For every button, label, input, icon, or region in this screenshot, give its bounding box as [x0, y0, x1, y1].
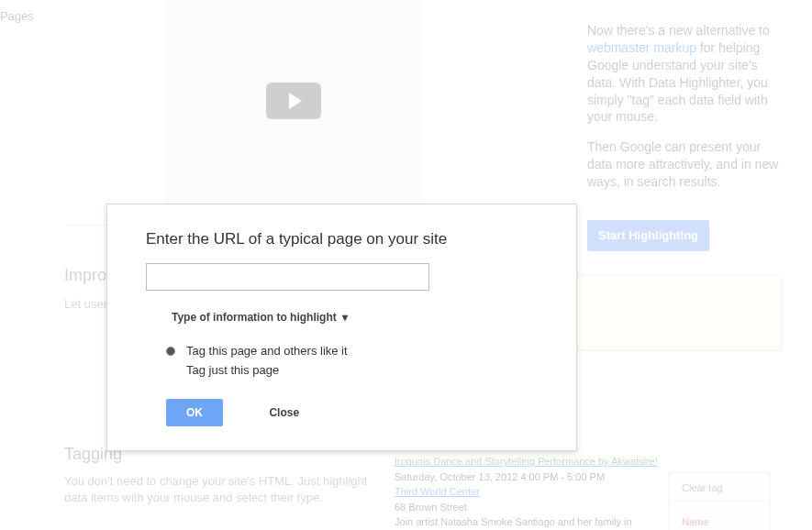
- type-dropdown[interactable]: Type of information to highlight ▾: [146, 311, 538, 324]
- dialog-buttons: OK Close: [146, 399, 538, 426]
- url-entry-dialog: Enter the URL of a typical page on your …: [106, 204, 577, 451]
- radio-option-single[interactable]: Tag just this page: [166, 363, 538, 377]
- radio-group: Tag this page and others like it Tag jus…: [146, 344, 538, 377]
- radio-icon: [166, 347, 175, 356]
- radio-label-2: Tag just this page: [186, 363, 279, 377]
- close-button[interactable]: Close: [263, 405, 305, 420]
- ok-button[interactable]: OK: [166, 399, 223, 426]
- radio-label-1: Tag this page and others like it: [186, 344, 348, 358]
- type-label: Type of information to highlight: [172, 311, 337, 324]
- chevron-down-icon: ▾: [342, 311, 348, 324]
- url-input[interactable]: [146, 263, 429, 291]
- dialog-title: Enter the URL of a typical page on your …: [146, 230, 538, 248]
- radio-option-multi[interactable]: Tag this page and others like it: [166, 344, 538, 358]
